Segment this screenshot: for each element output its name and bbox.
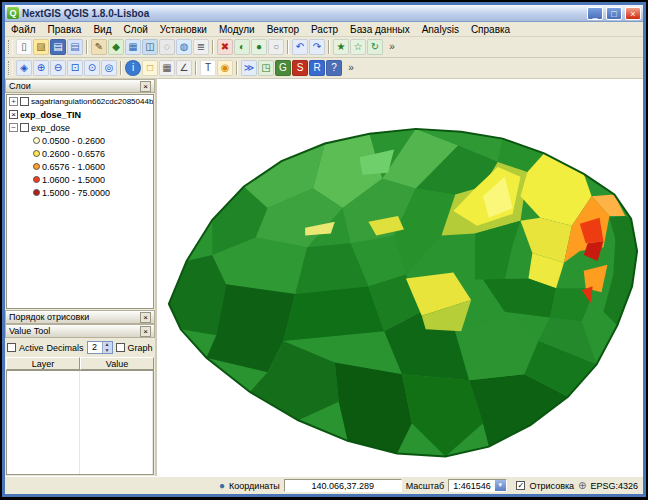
close-button[interactable]: × — [625, 7, 641, 20]
pan-map-button[interactable]: ◈ — [16, 60, 32, 76]
toolbar-handle[interactable] — [8, 40, 13, 54]
identify-features-button[interactable]: i — [125, 60, 141, 76]
menu-item-5[interactable]: Модули — [213, 24, 261, 35]
mouse-position-icon[interactable]: ● — [219, 481, 225, 491]
menu-item-1[interactable]: Правка — [42, 24, 88, 35]
toolbar-separator — [195, 61, 197, 75]
value-column-header[interactable]: Value — [80, 357, 154, 370]
map-canvas[interactable] — [157, 79, 643, 476]
python-console-button[interactable]: ≫ — [241, 60, 257, 76]
add-postgis-layer-icon: ◫ — [145, 42, 154, 52]
menu-item-2[interactable]: Вид — [87, 24, 117, 35]
value-column — [80, 371, 153, 474]
legend-item[interactable]: 1.0600 - 1.5000 — [7, 173, 153, 186]
overview-map-icon: ◐ — [239, 42, 245, 52]
layer-column — [7, 371, 80, 474]
legend-swatch-icon — [33, 163, 40, 170]
minimize-button[interactable]: _ — [587, 7, 603, 20]
hide-all-layers-button[interactable]: ○ — [268, 39, 284, 55]
text-annotation-icon: T — [205, 63, 211, 73]
legend-item[interactable]: 0.0500 - 0.2600 — [7, 134, 153, 147]
close-icon[interactable]: × — [140, 81, 151, 92]
graph-checkbox[interactable] — [116, 343, 125, 352]
save-project-as-button[interactable]: ▤ — [67, 39, 83, 55]
add-vector-layer-icon: ◆ — [112, 42, 120, 52]
refresh-map-button[interactable]: ↻ — [367, 39, 383, 55]
map-tips-button[interactable]: ◉ — [217, 60, 233, 76]
spin-down-icon[interactable]: ▼ — [103, 348, 112, 354]
menu-item-9[interactable]: Analysis — [416, 24, 465, 35]
toolbar-row-2: ◈⊕⊖⊡⊙◎i□▦∠T◉≫◳GSR?» — [5, 58, 643, 79]
text-annotation-button[interactable]: T — [200, 60, 216, 76]
crs-icon[interactable]: ⊕ — [578, 481, 586, 491]
zoom-previous-button[interactable]: ↶ — [292, 39, 308, 55]
r-console-button[interactable]: R — [309, 60, 325, 76]
legend-item[interactable]: 0.2600 - 0.6576 — [7, 147, 153, 160]
help-contents-button[interactable]: ? — [326, 60, 342, 76]
layer-item-exp-dose[interactable]: − exp_dose — [7, 121, 153, 134]
zoom-actual-size-icon: ◎ — [105, 63, 114, 73]
menu-item-3[interactable]: Слой — [117, 24, 153, 35]
layer-checkbox[interactable] — [20, 123, 29, 132]
add-vector-layer-button[interactable]: ◆ — [108, 39, 124, 55]
close-icon[interactable]: × — [140, 326, 151, 337]
layer-item-sagatriangulation[interactable]: + sagatriangulation662cdc2085044b35... — [7, 95, 153, 108]
chevron-down-icon[interactable]: ▼ — [495, 480, 506, 491]
overview-map-button[interactable]: ◐ — [234, 39, 250, 55]
toolbar-overflow-button[interactable]: » — [384, 39, 400, 55]
open-project-button[interactable]: ▨ — [33, 39, 49, 55]
zoom-next-button[interactable]: ↷ — [309, 39, 325, 55]
decimals-spinner[interactable]: 2 ▲▼ — [87, 341, 113, 354]
add-delimited-text-layer-button[interactable]: ≣ — [193, 39, 209, 55]
titlebar[interactable]: Q NextGIS QGIS 1.8.0-Lisboa _ □ × — [5, 5, 643, 22]
select-features-button[interactable]: □ — [142, 60, 158, 76]
layers-tree[interactable]: + sagatriangulation662cdc2085044b35... ×… — [6, 94, 154, 309]
zoom-in-button[interactable]: ⊕ — [33, 60, 49, 76]
maximize-button[interactable]: □ — [606, 7, 622, 20]
measure-line-button[interactable]: ∠ — [176, 60, 192, 76]
legend-item[interactable]: 1.5000 - 75.0000 — [7, 186, 153, 199]
open-attribute-table-button[interactable]: ▦ — [159, 60, 175, 76]
expander-icon[interactable]: + — [9, 97, 18, 106]
expander-icon[interactable]: − — [9, 123, 18, 132]
active-checkbox[interactable] — [7, 343, 16, 352]
toolbar-overflow-button[interactable]: » — [343, 60, 359, 76]
zoom-out-button[interactable]: ⊖ — [50, 60, 66, 76]
menu-item-7[interactable]: Растр — [305, 24, 344, 35]
remove-layer-button[interactable]: ✖ — [217, 39, 233, 55]
add-wms-layer-button[interactable]: ◍ — [176, 39, 192, 55]
zoom-actual-size-button[interactable]: ◎ — [101, 60, 117, 76]
grass-toolbox-button[interactable]: G — [275, 60, 291, 76]
show-bookmarks-icon: ☆ — [354, 42, 363, 52]
layer-column-header[interactable]: Layer — [6, 357, 80, 370]
spinner-buttons[interactable]: ▲▼ — [102, 342, 112, 353]
saga-toolbox-button[interactable]: S — [292, 60, 308, 76]
zoom-to-layer-button[interactable]: ⊙ — [84, 60, 100, 76]
coordinates-value[interactable]: 140.066,37.289 — [284, 479, 402, 492]
new-project-button[interactable]: ▯ — [16, 39, 32, 55]
add-raster-layer-button[interactable]: ▦ — [125, 39, 141, 55]
new-bookmark-button[interactable]: ★ — [333, 39, 349, 55]
menu-item-4[interactable]: Установки — [154, 24, 213, 35]
menu-item-0[interactable]: Файл — [5, 24, 42, 35]
plugin-manager-button[interactable]: ◳ — [258, 60, 274, 76]
save-project-button[interactable]: ▤ — [50, 39, 66, 55]
new-vector-layer-button[interactable]: ✎ — [91, 39, 107, 55]
add-postgis-layer-button[interactable]: ◫ — [142, 39, 158, 55]
value-tool-panel: Value Tool × Active Decimals 2 ▲▼ Graph — [5, 324, 155, 476]
zoom-full-button[interactable]: ⊡ — [67, 60, 83, 76]
render-checkbox[interactable]: ✓ — [516, 481, 525, 490]
scale-combo[interactable]: 1:461546 ▼ — [448, 479, 507, 492]
menu-item-6[interactable]: Вектор — [261, 24, 305, 35]
add-spatialite-layer-button[interactable]: ◌ — [159, 39, 175, 55]
show-bookmarks-button[interactable]: ☆ — [350, 39, 366, 55]
layer-checkbox[interactable]: × — [9, 110, 18, 119]
layer-checkbox[interactable] — [20, 97, 29, 106]
menu-item-10[interactable]: Справка — [465, 24, 516, 35]
close-icon[interactable]: × — [140, 312, 151, 323]
toolbar-handle[interactable] — [8, 61, 13, 75]
layer-item-exp-dose-tin[interactable]: × exp_dose_TIN — [7, 108, 153, 121]
show-all-layers-button[interactable]: ● — [251, 39, 267, 55]
menu-item-8[interactable]: База данных — [344, 24, 416, 35]
legend-item[interactable]: 0.6576 - 1.0600 — [7, 160, 153, 173]
